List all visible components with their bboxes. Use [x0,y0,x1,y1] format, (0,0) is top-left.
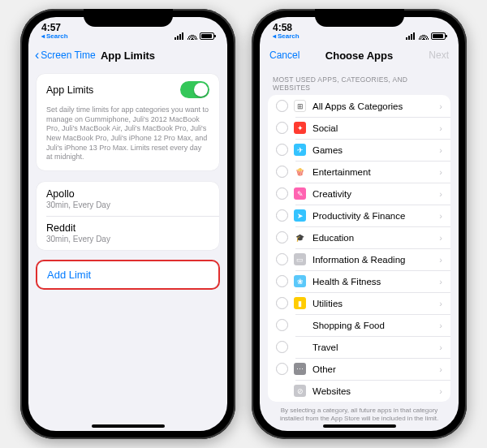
signal-icon [406,32,416,40]
next-button[interactable]: Next [429,50,449,61]
radio-button[interactable] [276,166,288,178]
radio-button[interactable] [276,319,288,331]
category-row[interactable]: ⋯ Other › [268,358,450,380]
home-indicator[interactable] [92,424,165,428]
status-time: 4:58 [273,23,300,32]
chevron-right-icon: › [439,189,442,199]
app-limits-toggle-card: App Limits Set daily time limits for app… [37,74,219,170]
category-row[interactable]: ▮ Utilities › [268,292,450,314]
radio-button[interactable] [276,144,288,156]
content[interactable]: App Limits Set daily time limits for app… [28,69,227,431]
category-icon: 🛍 [294,319,306,331]
phone-left: 4:57 ◂Search ‹ Screen Time App Limits Ap… [20,9,235,439]
notch [84,9,173,27]
category-row[interactable]: ✎ Creativity › [268,183,450,205]
category-icon: ✦ [294,122,306,134]
category-row[interactable]: 🍿 Entertainment › [268,161,450,183]
chevron-right-icon: › [439,386,442,396]
category-label: Health & Fitness [312,277,439,286]
category-row[interactable]: ❀ Health & Fitness › [268,270,450,292]
chevron-right-icon: › [439,299,442,308]
category-label: Entertainment [312,167,439,177]
notch [315,9,404,27]
category-icon: ⋯ [294,363,306,375]
radio-button[interactable] [276,275,288,287]
app-limits-description: Set daily time limits for app categories… [37,106,219,170]
radio-button[interactable] [276,363,288,375]
category-label: All Apps & Categories [312,101,439,111]
category-row[interactable]: ➤ Productivity & Finance › [268,205,450,226]
category-label: Education [312,233,439,243]
radio-button[interactable] [276,231,288,243]
category-icon: ▭ [294,253,306,265]
add-limit-button[interactable]: Add Limit [37,261,218,288]
chevron-right-icon: › [439,233,442,243]
limit-row[interactable]: Reddit30min, Every Day [37,216,219,250]
app-limits-toggle-row: App Limits [37,74,219,106]
wifi-icon [187,32,197,40]
category-label: Creativity [312,189,439,199]
chevron-right-icon: › [439,167,442,177]
status-time: 4:57 [41,23,68,32]
back-button[interactable]: ‹ Screen Time [35,48,96,62]
radio-button[interactable] [276,122,288,134]
category-row[interactable]: 🛍 Shopping & Food › [268,314,450,336]
limit-detail: 30min, Every Day [46,235,110,243]
radio-button[interactable] [276,253,288,265]
category-label: Utilities [312,299,439,308]
category-row[interactable]: ✈ Games › [268,139,450,161]
category-label: Websites [312,386,439,396]
add-limit-label: Add Limit [47,269,91,281]
screen-choose-apps: 4:58 ◂Search Cancel Choose Apps Next MOS… [260,17,459,431]
category-icon: ⊘ [294,385,306,397]
radio-button[interactable] [276,187,288,200]
category-row[interactable]: ⊘ Websites › [268,380,450,402]
category-icon: 🏖 [294,341,306,353]
home-indicator[interactable] [323,424,396,428]
limit-name: Reddit [46,222,75,234]
status-search-breadcrumb[interactable]: ◂Search [41,33,68,40]
chevron-right-icon: › [439,145,442,155]
chevron-right-icon: › [439,342,442,352]
category-row[interactable]: ✦ Social › [268,117,450,139]
category-icon: ➤ [294,209,306,222]
phone-right: 4:58 ◂Search Cancel Choose Apps Next MOS… [252,9,467,439]
limit-row[interactable]: Apollo30min, Every Day [37,182,219,216]
category-icon: ✈ [294,144,306,156]
app-limits-toggle[interactable] [180,81,209,98]
content[interactable]: MOST USED APPS, CATEGORIES, AND WEBSITES… [260,69,459,431]
category-row[interactable]: 🎓 Education › [268,226,450,248]
category-row[interactable]: ⊞ All Apps & Categories › [268,95,450,117]
add-limit-highlight: Add Limit [36,260,220,290]
chevron-right-icon: › [439,123,442,133]
chevron-right-icon: › [439,101,442,111]
radio-button[interactable] [276,209,288,222]
category-icon: 🍿 [294,166,306,178]
limits-list-card: Apollo30min, Every DayReddit30min, Every… [37,182,219,250]
chevron-right-icon: › [439,364,442,374]
toggle-label: App Limits [46,84,93,96]
category-label: Other [312,364,439,374]
footer-note: By selecting a category, all future apps… [268,402,450,424]
category-label: Travel [312,342,439,352]
category-icon: ✎ [294,187,306,200]
radio-button[interactable] [276,341,288,353]
nav-title: App Limits [101,50,155,62]
category-list: ⊞ All Apps & Categories › ✦ Social › ✈ G… [268,95,450,402]
category-label: Social [312,123,439,133]
category-row[interactable]: 🏖 Travel › [268,336,450,358]
radio-button[interactable] [276,297,288,309]
chevron-right-icon: › [439,277,442,286]
category-label: Games [312,145,439,155]
nav-title: Choose Apps [325,50,393,62]
cancel-button[interactable]: Cancel [269,50,300,61]
chevron-right-icon: › [439,321,442,330]
limit-name: Apollo [46,188,75,200]
chevron-right-icon: › [439,255,442,265]
screen-app-limits: 4:57 ◂Search ‹ Screen Time App Limits Ap… [28,17,227,431]
category-row[interactable]: ▭ Information & Reading › [268,248,450,270]
category-label: Information & Reading [312,255,439,265]
status-search-breadcrumb[interactable]: ◂Search [273,33,300,40]
radio-button[interactable] [276,100,288,112]
signal-icon [175,32,185,40]
